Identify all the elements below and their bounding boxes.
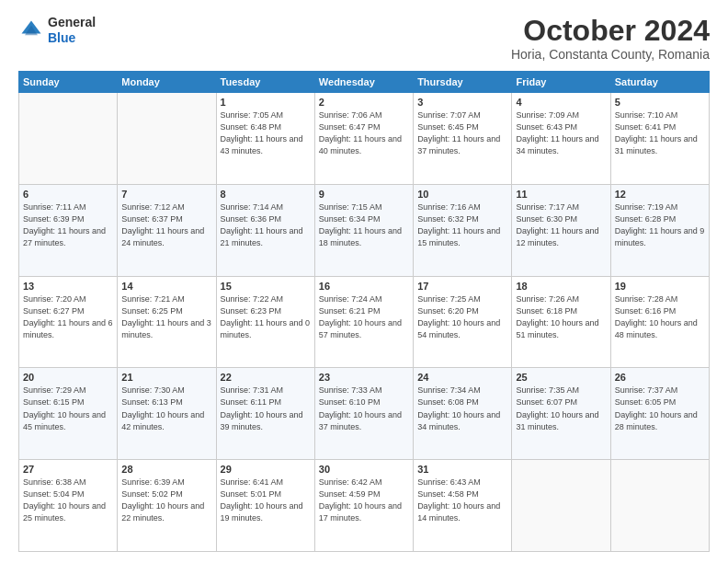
calendar-cell: 3Sunrise: 7:07 AM Sunset: 6:45 PM Daylig…	[414, 93, 512, 185]
day-number: 19	[615, 281, 705, 292]
day-info: Sunrise: 7:19 AM Sunset: 6:28 PM Dayligh…	[615, 201, 705, 249]
day-info: Sunrise: 6:38 AM Sunset: 5:04 PM Dayligh…	[23, 477, 113, 524]
calendar-cell: 17Sunrise: 7:25 AM Sunset: 6:20 PM Dayli…	[414, 276, 512, 368]
calendar-cell: 19Sunrise: 7:28 AM Sunset: 6:16 PM Dayli…	[610, 276, 709, 368]
calendar-cell	[512, 460, 610, 552]
calendar-cell: 22Sunrise: 7:31 AM Sunset: 6:11 PM Dayli…	[216, 368, 314, 460]
calendar-cell: 28Sunrise: 6:39 AM Sunset: 5:02 PM Dayli…	[118, 460, 216, 552]
calendar-cell: 18Sunrise: 7:26 AM Sunset: 6:18 PM Dayli…	[512, 276, 610, 368]
day-info: Sunrise: 7:37 AM Sunset: 6:05 PM Dayligh…	[615, 385, 705, 432]
day-number: 16	[319, 281, 409, 292]
day-number: 8	[221, 189, 311, 200]
calendar-cell	[610, 460, 709, 552]
day-number: 11	[516, 189, 606, 200]
calendar-cell: 26Sunrise: 7:37 AM Sunset: 6:05 PM Dayli…	[610, 368, 709, 460]
calendar-cell: 6Sunrise: 7:11 AM Sunset: 6:39 PM Daylig…	[19, 184, 118, 276]
header: General Blue October 2024 Horia, Constan…	[18, 15, 710, 62]
day-info: Sunrise: 6:41 AM Sunset: 5:01 PM Dayligh…	[221, 477, 311, 524]
day-info: Sunrise: 7:21 AM Sunset: 6:25 PM Dayligh…	[121, 293, 211, 341]
day-info: Sunrise: 7:20 AM Sunset: 6:27 PM Dayligh…	[23, 293, 113, 341]
day-number: 1	[221, 97, 311, 108]
day-number: 31	[417, 464, 507, 475]
day-info: Sunrise: 7:16 AM Sunset: 6:32 PM Dayligh…	[417, 201, 507, 249]
calendar-cell: 1Sunrise: 7:05 AM Sunset: 6:48 PM Daylig…	[216, 93, 314, 185]
day-info: Sunrise: 6:39 AM Sunset: 5:02 PM Dayligh…	[121, 477, 211, 524]
calendar-week-4: 20Sunrise: 7:29 AM Sunset: 6:15 PM Dayli…	[19, 368, 710, 460]
calendar-cell: 14Sunrise: 7:21 AM Sunset: 6:25 PM Dayli…	[118, 276, 216, 368]
calendar-cell: 29Sunrise: 6:41 AM Sunset: 5:01 PM Dayli…	[216, 460, 314, 552]
calendar-week-5: 27Sunrise: 6:38 AM Sunset: 5:04 PM Dayli…	[19, 460, 710, 552]
calendar-cell: 8Sunrise: 7:14 AM Sunset: 6:36 PM Daylig…	[216, 184, 314, 276]
day-info: Sunrise: 7:30 AM Sunset: 6:13 PM Dayligh…	[121, 385, 211, 432]
calendar-header-row: SundayMondayTuesdayWednesdayThursdayFrid…	[19, 72, 710, 93]
day-info: Sunrise: 7:25 AM Sunset: 6:20 PM Dayligh…	[417, 293, 507, 341]
day-info: Sunrise: 7:31 AM Sunset: 6:11 PM Dayligh…	[221, 385, 311, 432]
day-info: Sunrise: 7:15 AM Sunset: 6:34 PM Dayligh…	[319, 201, 409, 249]
day-number: 10	[417, 189, 507, 200]
month-title: October 2024	[511, 15, 710, 47]
day-number: 27	[23, 464, 113, 475]
calendar-cell: 27Sunrise: 6:38 AM Sunset: 5:04 PM Dayli…	[19, 460, 118, 552]
day-header-monday: Monday	[118, 72, 216, 93]
calendar-cell: 11Sunrise: 7:17 AM Sunset: 6:30 PM Dayli…	[512, 184, 610, 276]
day-number: 30	[319, 464, 409, 475]
calendar-cell	[19, 93, 118, 185]
day-info: Sunrise: 7:33 AM Sunset: 6:10 PM Dayligh…	[319, 385, 409, 432]
location: Horia, Constanta County, Romania	[511, 47, 710, 62]
calendar-cell: 12Sunrise: 7:19 AM Sunset: 6:28 PM Dayli…	[610, 184, 709, 276]
calendar-week-3: 13Sunrise: 7:20 AM Sunset: 6:27 PM Dayli…	[19, 276, 710, 368]
day-info: Sunrise: 7:07 AM Sunset: 6:45 PM Dayligh…	[417, 109, 507, 157]
day-header-thursday: Thursday	[414, 72, 512, 93]
day-number: 2	[319, 97, 409, 108]
day-info: Sunrise: 6:43 AM Sunset: 4:58 PM Dayligh…	[417, 477, 507, 524]
day-number: 23	[319, 372, 409, 383]
page: General Blue October 2024 Horia, Constan…	[0, 0, 728, 563]
logo: General Blue	[18, 15, 96, 46]
day-number: 9	[319, 189, 409, 200]
day-number: 5	[615, 97, 705, 108]
logo-text: General Blue	[48, 15, 96, 46]
calendar-cell: 21Sunrise: 7:30 AM Sunset: 6:13 PM Dayli…	[118, 368, 216, 460]
calendar-cell: 31Sunrise: 6:43 AM Sunset: 4:58 PM Dayli…	[414, 460, 512, 552]
day-number: 25	[516, 372, 606, 383]
calendar-cell	[118, 93, 216, 185]
day-info: Sunrise: 7:29 AM Sunset: 6:15 PM Dayligh…	[23, 385, 113, 432]
day-number: 12	[615, 189, 705, 200]
day-number: 6	[23, 189, 113, 200]
day-number: 20	[23, 372, 113, 383]
day-number: 4	[516, 97, 606, 108]
calendar-cell: 2Sunrise: 7:06 AM Sunset: 6:47 PM Daylig…	[314, 93, 413, 185]
day-number: 3	[417, 97, 507, 108]
day-number: 28	[121, 464, 211, 475]
day-number: 15	[221, 281, 311, 292]
day-info: Sunrise: 7:09 AM Sunset: 6:43 PM Dayligh…	[516, 109, 606, 157]
day-number: 26	[615, 372, 705, 383]
day-info: Sunrise: 7:05 AM Sunset: 6:48 PM Dayligh…	[221, 109, 311, 157]
calendar-cell: 16Sunrise: 7:24 AM Sunset: 6:21 PM Dayli…	[314, 276, 413, 368]
calendar-cell: 30Sunrise: 6:42 AM Sunset: 4:59 PM Dayli…	[314, 460, 413, 552]
day-number: 24	[417, 372, 507, 383]
day-info: Sunrise: 7:34 AM Sunset: 6:08 PM Dayligh…	[417, 385, 507, 432]
calendar-cell: 13Sunrise: 7:20 AM Sunset: 6:27 PM Dayli…	[19, 276, 118, 368]
logo-icon	[18, 17, 44, 43]
day-number: 29	[221, 464, 311, 475]
day-number: 17	[417, 281, 507, 292]
calendar-cell: 5Sunrise: 7:10 AM Sunset: 6:41 PM Daylig…	[610, 93, 709, 185]
day-header-tuesday: Tuesday	[216, 72, 314, 93]
calendar-cell: 10Sunrise: 7:16 AM Sunset: 6:32 PM Dayli…	[414, 184, 512, 276]
day-header-friday: Friday	[512, 72, 610, 93]
day-info: Sunrise: 7:10 AM Sunset: 6:41 PM Dayligh…	[615, 109, 705, 157]
day-number: 14	[121, 281, 211, 292]
calendar-cell: 25Sunrise: 7:35 AM Sunset: 6:07 PM Dayli…	[512, 368, 610, 460]
day-number: 21	[121, 372, 211, 383]
day-info: Sunrise: 6:42 AM Sunset: 4:59 PM Dayligh…	[319, 477, 409, 524]
day-info: Sunrise: 7:28 AM Sunset: 6:16 PM Dayligh…	[615, 293, 705, 341]
calendar-cell: 15Sunrise: 7:22 AM Sunset: 6:23 PM Dayli…	[216, 276, 314, 368]
calendar-cell: 4Sunrise: 7:09 AM Sunset: 6:43 PM Daylig…	[512, 93, 610, 185]
calendar-table: SundayMondayTuesdayWednesdayThursdayFrid…	[18, 71, 710, 552]
title-block: October 2024 Horia, Constanta County, Ro…	[511, 15, 710, 62]
calendar-cell: 20Sunrise: 7:29 AM Sunset: 6:15 PM Dayli…	[19, 368, 118, 460]
day-header-saturday: Saturday	[610, 72, 709, 93]
day-info: Sunrise: 7:12 AM Sunset: 6:37 PM Dayligh…	[121, 201, 211, 249]
calendar-cell: 7Sunrise: 7:12 AM Sunset: 6:37 PM Daylig…	[118, 184, 216, 276]
